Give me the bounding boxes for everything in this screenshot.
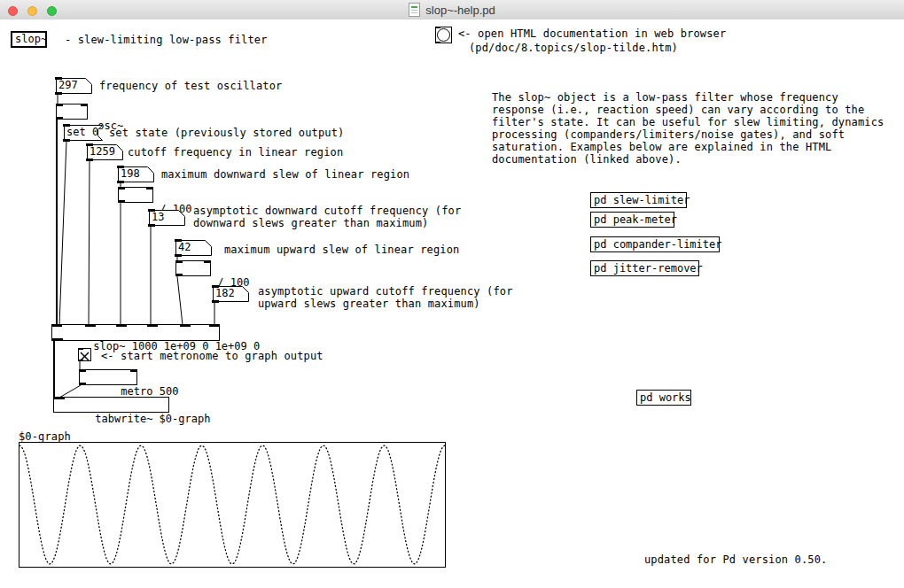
inlet-nub <box>130 369 137 372</box>
description-comment: The slop~ object is a low-pass filter wh… <box>492 91 884 166</box>
inlet-nub <box>116 324 127 327</box>
freq-comment: frequency of test oscillator <box>99 80 283 92</box>
window-title: slop~-help.pd <box>425 4 495 17</box>
outlet-nub <box>86 159 93 161</box>
outlet-nub <box>118 200 125 203</box>
inlet-nub <box>175 260 183 263</box>
subpatch-jitter-remover[interactable]: pd jitter-remover <box>590 260 699 276</box>
outlet-nub <box>117 181 124 183</box>
inlet-nub <box>55 77 62 80</box>
inlet-nub <box>147 324 158 327</box>
pd-patch-window: slop~-help.pd slop~ - slew-limiting low-… <box>0 0 904 588</box>
toggle-comment: <- start metronome to graph output <box>101 350 323 362</box>
inlet-nub <box>53 397 65 399</box>
osc-object-box: osc~ <box>56 104 88 120</box>
graph-array-display <box>19 442 446 568</box>
graph-label: $0-graph <box>19 430 71 443</box>
title-group: slop~-help.pd <box>409 3 495 17</box>
inlet-nub <box>209 324 220 327</box>
outlet-nub <box>212 300 219 303</box>
outlet-nub <box>56 117 63 120</box>
outlet-nub <box>175 274 183 276</box>
down-slew-comment: maximum downward slew of linear region <box>161 168 409 181</box>
minimize-button[interactable] <box>27 6 37 16</box>
outlet-nub <box>79 383 86 385</box>
subpatch-compander-limiter[interactable]: pd compander-limiter <box>590 236 720 252</box>
outlet-nub <box>78 360 83 361</box>
inlet-nub <box>180 324 191 327</box>
down-slew-number-box[interactable]: 198 <box>118 166 154 182</box>
inlet-nub <box>118 187 125 190</box>
subject-object-box: slop~ <box>11 31 47 48</box>
up-asym-comment: asymptotic upward cutoff frequency (for … <box>258 285 513 310</box>
bang-button[interactable] <box>435 27 452 43</box>
up-slew-number-box[interactable]: 42 <box>175 240 212 256</box>
subpatch-peak-meter[interactable]: pd peak-meter <box>590 212 674 228</box>
divide-object-box: / 100 <box>118 187 153 203</box>
set-message-box[interactable]: set 0 <box>64 125 103 141</box>
metro-object-box: metro 500 <box>79 369 137 385</box>
inlet-nub <box>212 285 219 288</box>
document-icon <box>409 3 420 17</box>
inlet-nub <box>146 187 153 190</box>
inlet-nub <box>63 124 70 127</box>
subpatch-works[interactable]: pd works <box>636 390 691 406</box>
tabwrite-object-box: tabwrite~ $0-graph <box>53 397 169 413</box>
toggle-checkbox[interactable] <box>78 348 91 361</box>
freq-number-box[interactable]: 297 <box>56 78 92 94</box>
doc-comment: <- open HTML documentation in web browse… <box>458 27 726 40</box>
up-slew-comment: maximum upward slew of linear region <box>224 244 460 256</box>
title-bar: slop~-help.pd <box>0 0 904 20</box>
outlet-nub <box>51 338 63 341</box>
inlet-nub <box>204 260 211 263</box>
inlet-nub <box>85 324 96 327</box>
divide-object-box: / 100 <box>175 260 211 276</box>
inlet-nub <box>175 239 182 242</box>
outlet-nub <box>148 224 155 227</box>
subpatch-slew-limiter[interactable]: pd slew-limiter <box>590 192 687 208</box>
outlet-nub <box>63 139 70 142</box>
inlet-nub <box>117 166 124 168</box>
bang-circle-icon <box>437 28 450 42</box>
outlet-nub <box>435 42 440 43</box>
inlet-nub <box>435 27 440 28</box>
inlet-nub <box>148 209 155 212</box>
inlet-nub <box>51 324 62 327</box>
cutoff-number-box[interactable]: 1259 <box>87 144 123 160</box>
down-asym-comment: asymptotic downward cutoff frequency (fo… <box>193 205 461 229</box>
set-comment: set state (previously stored output) <box>109 127 345 139</box>
sine-wave-plot <box>19 443 445 567</box>
cutoff-comment: cutoff frequency in linear region <box>128 146 343 159</box>
inlet-nub <box>56 104 63 106</box>
inlet-nub <box>81 104 88 106</box>
close-button[interactable] <box>8 6 18 16</box>
down-asym-number-box[interactable]: 13 <box>149 210 185 226</box>
footer-comment: updated for Pd version 0.50. <box>644 553 828 566</box>
inlet-nub <box>79 369 86 372</box>
doc-path-comment: (pd/doc/8.topics/slop-tilde.htm) <box>469 42 678 54</box>
inlet-nub <box>86 143 93 146</box>
subject-comment: - slew-limiting low-pass filter <box>65 34 268 46</box>
patch-canvas[interactable]: slop~ - slew-limiting low-pass filter <-… <box>0 19 904 588</box>
slop-object-box: slop~ 1000 1e+09 0 1e+09 0 <box>51 324 220 341</box>
zoom-button[interactable] <box>47 6 57 16</box>
outlet-nub <box>55 92 62 95</box>
inlet-nub <box>78 348 83 350</box>
up-asym-number-box[interactable]: 182 <box>213 286 249 302</box>
outlet-nub <box>175 254 182 257</box>
